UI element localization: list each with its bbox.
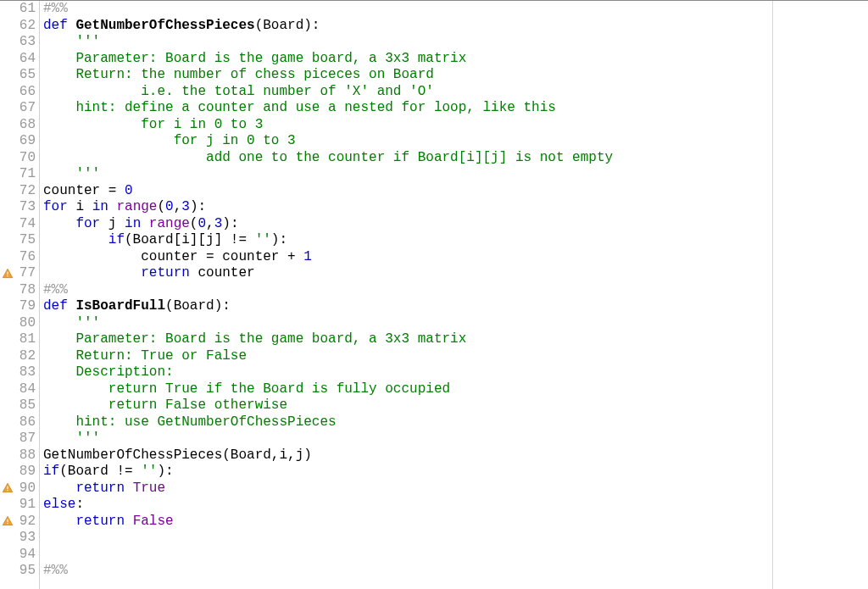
line-number-column: 6162636465666768697071727374757677787980… — [15, 1, 39, 589]
gutter-icon-cell[interactable] — [0, 481, 15, 497]
token-txt: , — [174, 199, 182, 214]
code-line[interactable]: counter = counter + 1 — [43, 249, 868, 266]
line-number: 72 — [15, 183, 36, 200]
code-line[interactable]: for i in 0 to 3 — [43, 117, 868, 134]
code-line[interactable]: ''' — [43, 166, 868, 183]
token-def: def — [43, 18, 75, 33]
svg-rect-2 — [7, 486, 8, 490]
code-line[interactable]: Parameter: Board is the game board, a 3x… — [43, 331, 868, 348]
code-area[interactable]: #%%def GetNumberOfChessPieces(Board): ''… — [40, 1, 868, 589]
line-number: 81 — [15, 331, 36, 348]
gutter-icon-cell — [0, 232, 15, 249]
token-kw: return — [141, 265, 190, 281]
code-line[interactable]: if(Board != ''): — [43, 464, 868, 481]
line-number: 92 — [15, 514, 36, 531]
line-number: 85 — [15, 397, 36, 414]
line-number: 61 — [15, 1, 36, 18]
token-fname: IsBoardFull — [75, 298, 165, 314]
gutter-icon-cell[interactable] — [0, 514, 15, 531]
code-line[interactable]: hint: use GetNumberOfChessPieces — [43, 414, 868, 431]
gutter-icon-cell — [0, 18, 15, 35]
gutter-icon-cell — [0, 67, 15, 84]
code-line[interactable]: for j in range(0,3): — [43, 216, 868, 233]
token-txt — [141, 216, 149, 231]
gutter-icon-cell — [0, 431, 15, 447]
code-line[interactable]: if(Board[i][j] != ''): — [43, 232, 868, 249]
code-line[interactable]: for j in 0 to 3 — [43, 133, 868, 150]
code-line[interactable]: def GetNumberOfChessPieces(Board): — [43, 18, 868, 35]
code-line[interactable]: return False — [43, 514, 868, 531]
line-number: 64 — [15, 51, 36, 68]
line-number: 71 — [15, 166, 36, 183]
code-line[interactable]: Return: the number of chess piceces on B… — [43, 67, 868, 84]
code-line[interactable]: GetNumberOfChessPieces(Board,i,j) — [43, 447, 868, 464]
code-line[interactable]: counter = 0 — [43, 183, 868, 200]
line-number: 84 — [15, 381, 36, 398]
token-txt: ( — [157, 199, 165, 214]
code-line[interactable]: ''' — [43, 431, 868, 447]
code-line[interactable] — [43, 547, 868, 564]
code-line[interactable]: def IsBoardFull(Board): — [43, 298, 868, 315]
line-number: 78 — [15, 282, 36, 299]
code-line[interactable]: Description: — [43, 364, 868, 381]
line-number: 67 — [15, 100, 36, 117]
token-str: hint: use GetNumberOfChessPieces — [43, 414, 337, 430]
token-txt: ): — [222, 216, 238, 231]
line-number: 75 — [15, 232, 36, 249]
svg-rect-3 — [7, 490, 8, 491]
token-txt: ): — [190, 199, 206, 214]
gutter-icon-cell — [0, 150, 15, 167]
token-str: for i in 0 to 3 — [43, 117, 263, 132]
code-line[interactable]: return True — [43, 481, 868, 497]
line-number: 83 — [15, 364, 36, 381]
svg-rect-4 — [7, 520, 8, 523]
code-line[interactable]: return True if the Board is fully occupi… — [43, 381, 868, 398]
token-str: Description: — [43, 364, 174, 380]
token-str: add one to the counter if Board[i][j] is… — [43, 150, 613, 165]
token-comment: #%% — [43, 282, 68, 297]
code-line[interactable]: for i in range(0,3): — [43, 199, 868, 216]
token-str: Parameter: Board is the game board, a 3x… — [43, 51, 466, 66]
code-line[interactable]: Return: True or False — [43, 348, 868, 365]
token-txt — [43, 514, 75, 529]
svg-rect-5 — [7, 523, 8, 524]
code-editor[interactable]: 6162636465666768697071727374757677787980… — [0, 0, 868, 589]
code-line[interactable]: Parameter: Board is the game board, a 3x… — [43, 51, 868, 68]
code-line[interactable]: i.e. the total number of 'X' and 'O' — [43, 84, 868, 101]
line-number: 95 — [15, 563, 36, 580]
token-kw: in — [92, 199, 108, 214]
code-line[interactable]: add one to the counter if Board[i][j] is… — [43, 150, 868, 167]
code-line[interactable]: return False otherwise — [43, 397, 868, 414]
token-num: 0 — [125, 183, 133, 198]
code-line[interactable]: #%% — [43, 282, 868, 299]
svg-rect-1 — [7, 275, 8, 276]
code-line[interactable]: ''' — [43, 315, 868, 332]
gutter-icon-cell — [0, 282, 15, 299]
line-number: 63 — [15, 34, 36, 51]
token-comment: #%% — [43, 563, 68, 578]
token-txt: , — [206, 216, 214, 231]
token-txt: GetNumberOfChessPieces(Board,i,j) — [43, 447, 312, 463]
gutter-icon-cell — [0, 1, 15, 18]
code-line[interactable]: ''' — [43, 34, 868, 51]
code-line[interactable] — [43, 530, 868, 547]
code-line[interactable]: #%% — [43, 1, 868, 18]
token-txt: : — [75, 497, 84, 512]
code-line[interactable]: return counter — [43, 265, 868, 282]
gutter-icon-cell — [0, 447, 15, 464]
token-txt: (Board != — [59, 464, 141, 479]
warning-icon — [2, 268, 14, 280]
token-num: 1 — [303, 249, 312, 264]
gutter-icon-cell[interactable] — [0, 265, 15, 282]
code-line[interactable]: hint: define a counter and use a nested … — [43, 100, 868, 117]
token-kw: else — [43, 497, 75, 512]
token-txt — [43, 216, 75, 231]
token-str: ''' — [43, 315, 100, 331]
code-line[interactable]: #%% — [43, 563, 868, 580]
gutter-icon-cell — [0, 364, 15, 381]
line-number: 77 — [15, 265, 36, 282]
line-number: 91 — [15, 497, 36, 514]
gutter-icon-cell — [0, 51, 15, 68]
code-line[interactable]: else: — [43, 497, 868, 514]
token-txt — [125, 514, 133, 529]
